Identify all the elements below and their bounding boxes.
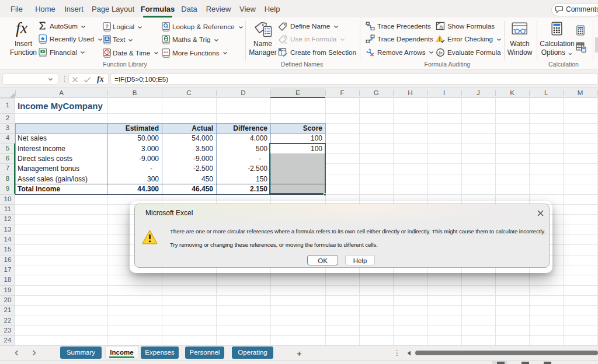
svg-text:fx: fx	[439, 50, 443, 55]
svg-text:?: ?	[105, 23, 109, 29]
svg-text:fx: fx	[284, 40, 287, 44]
svg-text:A: A	[105, 37, 109, 42]
svg-text:fx: fx	[440, 24, 444, 30]
